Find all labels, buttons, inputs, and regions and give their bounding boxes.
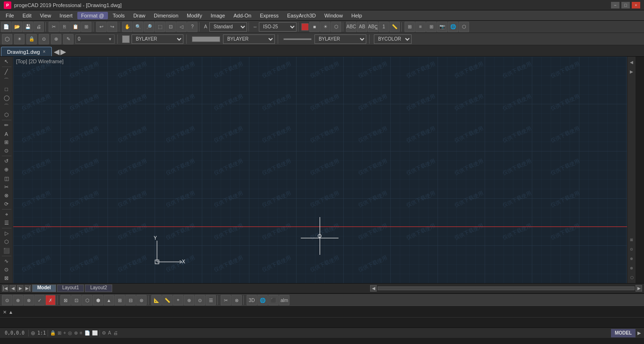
btb-4[interactable]: ✓ — [34, 295, 45, 305]
rp-btn1[interactable]: ⊞ — [628, 235, 636, 244]
btb-5[interactable]: ✗ — [45, 295, 56, 305]
lineweight-select[interactable]: BYLAYER — [314, 34, 366, 44]
layout-nav-prev[interactable]: ◀ — [9, 285, 16, 292]
tab-nav-right[interactable]: ▶ — [60, 47, 66, 56]
lt-select[interactable]: ↖ — [1, 58, 12, 66]
layout-nav-first[interactable]: |◀ — [2, 285, 8, 292]
btb-12[interactable]: ⊟ — [125, 295, 136, 305]
sb-paper-icon[interactable]: 📄 — [84, 330, 90, 336]
btb-11[interactable]: ⊞ — [115, 295, 125, 305]
spell-btn[interactable]: ABC — [346, 22, 356, 32]
lt-dim[interactable]: ⊠ — [1, 274, 12, 282]
lt-rect[interactable]: □ — [1, 85, 12, 93]
sb-rightarrow[interactable]: ▶ — [637, 330, 641, 336]
menu-edit[interactable]: Edit — [19, 12, 35, 19]
color-select[interactable]: BYLAYER — [132, 34, 183, 44]
lt-measure[interactable]: ⌖ — [1, 210, 12, 218]
layout-nav-next[interactable]: ▶ — [17, 285, 24, 292]
globe-btn[interactable]: 🌐 — [448, 22, 458, 32]
render-btn[interactable]: ■ — [309, 22, 320, 32]
layer-btn3[interactable]: 🔒 — [26, 34, 37, 44]
lt-spline[interactable]: ∿ — [1, 257, 12, 265]
rp-nav-up[interactable]: ◀ — [628, 58, 636, 67]
menu-tools[interactable]: Tools — [109, 12, 129, 19]
layer-btn5[interactable]: ⊕ — [51, 34, 61, 44]
canvas-area[interactable]: [Top] [2D Wireframe] (function(){ const … — [13, 57, 636, 283]
sb-snap2-icon[interactable]: ⊞ — [58, 330, 61, 336]
rp-btn4[interactable]: ⊗ — [628, 263, 636, 273]
sb-polar-icon[interactable]: ◎ — [68, 330, 72, 336]
btb-22[interactable]: 3D — [247, 295, 257, 305]
menu-addon[interactable]: Add-On — [230, 12, 255, 19]
hatch-btn[interactable]: ≡ — [415, 22, 426, 32]
matchprop-button[interactable]: ⊞ — [81, 22, 91, 32]
lt-polygon[interactable]: ⬡ — [1, 111, 12, 119]
sb-osnap-icon[interactable]: ⊕ — [74, 330, 78, 336]
lt-mirror[interactable]: ⊕ — [1, 166, 12, 174]
sb-lw-icon[interactable]: ≡ — [80, 330, 83, 336]
sb-model-icon[interactable]: ⬜ — [92, 330, 98, 336]
lt-circle[interactable]: ◯ — [1, 93, 12, 101]
btb-23[interactable]: 🌐 — [257, 295, 268, 305]
ab-btn[interactable]: AB — [357, 22, 367, 32]
table-btn[interactable]: ⊞ — [426, 22, 437, 32]
btb-14[interactable]: 📐 — [151, 295, 162, 305]
drawing-tab[interactable]: Drawing1.dwg × — [1, 47, 52, 56]
layer-btn2[interactable]: ☀ — [14, 34, 25, 44]
paste-button[interactable]: 📋 — [70, 22, 81, 32]
menu-draw[interactable]: Draw — [130, 12, 149, 19]
redo-button[interactable]: ↪ — [107, 22, 117, 32]
menu-insert[interactable]: Insert — [56, 12, 76, 19]
lt-point[interactable]: ⊙ — [1, 147, 12, 155]
rp-btn3[interactable]: ⊕ — [628, 254, 636, 263]
lt-rotate[interactable]: ↺ — [1, 157, 12, 165]
btb-8[interactable]: ⬡ — [82, 295, 92, 305]
lt-properties[interactable]: ☰ — [1, 219, 12, 227]
pan-button[interactable]: ✋ — [122, 22, 132, 32]
lt-polyline[interactable]: ⌒ — [1, 76, 12, 84]
command-input[interactable] — [17, 309, 641, 315]
layout-scroll-left[interactable]: ◀ — [370, 285, 377, 292]
menu-express[interactable]: Express — [256, 12, 282, 19]
lt-solid[interactable]: ⬡ — [1, 238, 12, 246]
cmd-close-icon[interactable]: ✕ — [3, 310, 7, 315]
lt-trim[interactable]: ✂ — [1, 183, 12, 191]
sb-annotate-icon[interactable]: A — [108, 330, 111, 336]
3d-btn[interactable]: ⬡ — [459, 22, 469, 32]
btb-20[interactable]: ✂ — [221, 295, 231, 305]
lt-block[interactable]: ⊞ — [1, 138, 12, 146]
layout-scrollbar[interactable] — [378, 286, 635, 290]
rp-btn5[interactable]: ⬡ — [628, 273, 636, 282]
lt-arc[interactable]: ⌒ — [1, 102, 12, 110]
open-button[interactable]: 📂 — [12, 22, 22, 32]
cam-btn[interactable]: 📷 — [437, 22, 447, 32]
lt-line[interactable]: ╱ — [1, 68, 12, 76]
measure-btn[interactable]: 📏 — [389, 22, 400, 32]
menu-dimension[interactable]: Dimension — [150, 12, 182, 19]
block-btn[interactable]: ⊞ — [405, 22, 415, 32]
light-btn[interactable]: ☀ — [320, 22, 330, 32]
lt-offset[interactable]: ◫ — [1, 175, 12, 183]
btb-6[interactable]: ⊠ — [60, 295, 71, 305]
lt-3dview[interactable]: ▷ — [1, 229, 12, 237]
layer-dropdown-icon[interactable]: ▼ — [108, 37, 112, 42]
btb-9[interactable]: ⬢ — [93, 295, 103, 305]
lt-fillet[interactable]: ⟳ — [1, 200, 12, 208]
btb-2[interactable]: ⊕ — [13, 295, 23, 305]
layer-icon[interactable]: ⬡ — [2, 34, 12, 44]
layout-tab-model[interactable]: Model — [32, 285, 56, 292]
zoom-out-button[interactable]: 🔎 — [144, 22, 154, 32]
layout-scroll-right[interactable]: ▶ — [636, 285, 642, 292]
sb-print-icon[interactable]: 🖨 — [113, 330, 118, 336]
close-button[interactable]: × — [632, 2, 640, 8]
cut-button[interactable]: ✂ — [49, 22, 59, 32]
layout-nav-last[interactable]: ▶| — [25, 285, 31, 292]
tab-close-button[interactable]: × — [43, 49, 46, 54]
tab-nav-left[interactable]: ◀ — [54, 47, 59, 56]
sb-ortho-icon[interactable]: + — [63, 330, 66, 336]
lt-text[interactable]: A — [1, 130, 12, 138]
layer-btn4[interactable]: ⊙ — [39, 34, 49, 44]
new-button[interactable]: 📄 — [1, 22, 11, 32]
btb-1[interactable]: ⊙ — [2, 295, 12, 305]
lt-extend[interactable]: ⊗ — [1, 192, 12, 200]
